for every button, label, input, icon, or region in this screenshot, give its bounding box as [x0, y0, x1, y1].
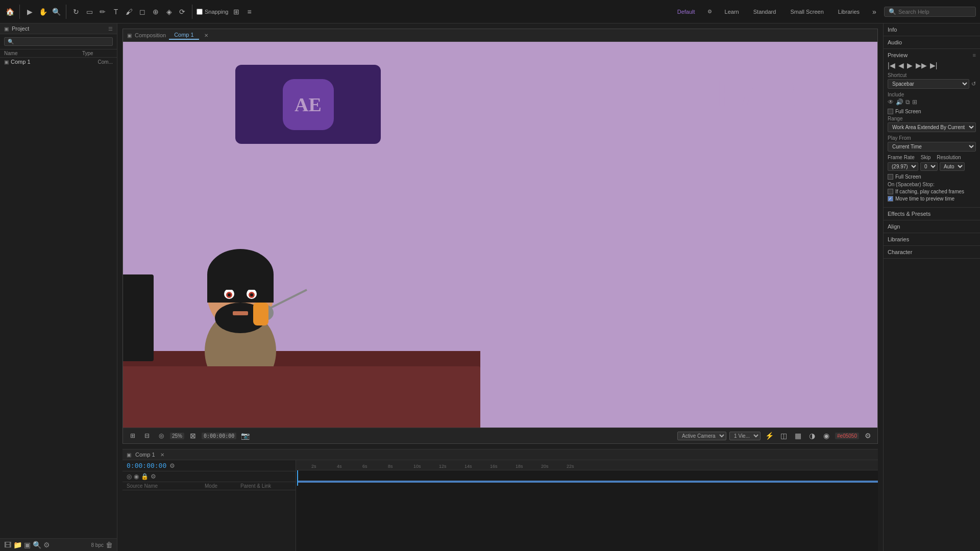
res-select[interactable]: Auto [940, 162, 965, 171]
cache-checkbox[interactable] [888, 109, 893, 114]
fr-value-select[interactable]: (29.97) [888, 162, 918, 171]
tl-hide-icon[interactable]: ◉ [134, 473, 139, 480]
pixel-aspect-icon[interactable]: ▦ [792, 430, 803, 441]
tl-solo-icon[interactable]: ◎ [127, 473, 132, 480]
rect-tool[interactable]: ▭ [84, 6, 95, 17]
search-project-icon[interactable]: 🔍 [33, 541, 41, 549]
zoom-tool[interactable]: 🔍 [51, 6, 62, 17]
workspace-default[interactable]: Default [672, 7, 700, 16]
timeline-right: 2s 4s 6s 8s 10s 12s 14s 16s 18s 20s 22s [296, 460, 878, 551]
first-frame-btn[interactable]: |◀ [888, 61, 895, 69]
zoom-ctrl[interactable]: 25% [170, 433, 184, 439]
new-footage-icon[interactable]: 🎞 [4, 541, 11, 549]
snapping-checkbox[interactable] [197, 9, 203, 15]
prev-frame-btn[interactable]: ◀ [898, 61, 904, 69]
transparency-icon[interactable]: ◫ [778, 430, 789, 441]
align-icon[interactable]: ≡ [244, 6, 255, 17]
workspace-learn[interactable]: Learn [720, 7, 744, 16]
project-item-comp1[interactable]: ▣ Comp 1 Com... [0, 58, 117, 66]
composition-viewer[interactable]: AE PART 1 [123, 42, 877, 428]
time-display[interactable]: 0:00:00:00 [202, 433, 236, 439]
comp-close-icon[interactable]: ✕ [204, 33, 208, 38]
shortcut-select[interactable]: Spacebar [888, 79, 969, 89]
camera-select[interactable]: Active Camera [677, 432, 726, 440]
shortcut-refresh-icon[interactable]: ↺ [971, 81, 976, 87]
range-select[interactable]: Work Area Extended By Current... [888, 122, 976, 132]
play-from-select[interactable]: Current Time [888, 142, 976, 152]
cache-row: Full Screen [888, 109, 976, 114]
fullscreen-checkbox[interactable] [888, 174, 893, 180]
tl-col-source: Source Name [127, 483, 205, 489]
more-workspaces-icon[interactable]: » [869, 6, 880, 17]
dependencies-icon[interactable]: ⚙ [43, 541, 50, 549]
guide-icon[interactable]: ◎ [156, 430, 167, 441]
layer-controls-icon[interactable]: ⊞ [912, 98, 917, 106]
workspace-small-screen[interactable]: Small Screen [785, 7, 828, 16]
roto-tool[interactable]: ◈ [163, 6, 175, 17]
grid-icon[interactable]: ⊟ [141, 430, 153, 441]
new-folder-icon[interactable]: 📁 [13, 541, 22, 549]
move-time-checkbox[interactable]: ✓ [888, 196, 893, 202]
col-type: Type [82, 51, 113, 56]
delete-icon[interactable]: 🗑 [106, 541, 113, 549]
text-tool[interactable]: T [110, 6, 121, 17]
tl-time[interactable]: 0:00:00:00 [127, 462, 166, 469]
search-input[interactable] [898, 9, 971, 15]
preview-region-icon[interactable]: ⊞ [127, 430, 138, 441]
tl-options-icon[interactable]: ⚙ [169, 462, 175, 469]
play-btn[interactable]: ▶ [907, 61, 913, 69]
workspace-standard[interactable]: Standard [748, 7, 781, 16]
main-area: ▣ Project ☰ 🔍 Name Type ▣ Comp 1 Com... … [0, 23, 980, 551]
video-icon[interactable]: 👁 [888, 98, 894, 106]
color-display[interactable]: #e05050 [835, 433, 859, 439]
align-section[interactable]: Align [884, 220, 980, 233]
snapshot-icon[interactable]: 📷 [239, 430, 251, 441]
home-icon[interactable]: 🏠 [4, 6, 15, 17]
timeline-close[interactable]: ✕ [160, 452, 164, 458]
puppet-tool[interactable]: ⊕ [150, 6, 161, 17]
cache-frames-checkbox[interactable] [888, 189, 893, 194]
last-frame-btn[interactable]: ▶| [930, 61, 938, 69]
audio-section[interactable]: Audio [884, 36, 980, 49]
tl-work-area[interactable] [297, 481, 878, 483]
render-icon[interactable]: ◉ [821, 430, 832, 441]
view-select[interactable]: 1 Vie... [729, 432, 761, 440]
libraries-section[interactable]: Libraries [884, 233, 980, 246]
hand-tool[interactable]: ✋ [37, 6, 48, 17]
brush-tool[interactable]: 🖌 [124, 6, 135, 17]
on-spacebar-stop-label: On (Spacebar) Stop: [888, 182, 976, 187]
selection-tool[interactable]: ▶ [24, 6, 35, 17]
workspace-libraries[interactable]: Libraries [833, 7, 865, 16]
tl-playhead[interactable] [297, 470, 298, 486]
workspace-options-icon[interactable]: ⚙ [704, 6, 716, 17]
info-section[interactable]: Info [884, 23, 980, 36]
center-area: ▣ Composition Comp 1 ✕ AE [117, 23, 883, 551]
pen-tool[interactable]: ✏ [97, 6, 108, 17]
comp-settings-icon[interactable]: ⚙ [862, 430, 873, 441]
composition-panel: ▣ Composition Comp 1 ✕ AE [122, 29, 878, 444]
canvas-area: AE PART 1 [123, 42, 877, 428]
fit-icon[interactable]: ⊠ [187, 430, 199, 441]
fast-preview-icon[interactable]: ⚡ [764, 430, 775, 441]
tl-settings-icon[interactable]: ⚙ [151, 473, 156, 480]
comp-tab[interactable]: Comp 1 [169, 31, 199, 40]
panel-menu-icon[interactable]: ☰ [108, 26, 113, 32]
fr-skip-label: Skip [921, 155, 930, 160]
play-audio-btn[interactable]: ▶▶ [916, 61, 927, 69]
tl-lock-icon[interactable]: 🔒 [141, 473, 149, 480]
motion-blur-icon[interactable]: ◑ [806, 430, 818, 441]
skip-select[interactable]: 0 [920, 162, 938, 171]
preview-menu-icon[interactable]: ≡ [973, 52, 976, 58]
ae-monitor: AE [235, 65, 381, 144]
eraser-tool[interactable]: ◻ [137, 6, 148, 17]
character-section[interactable]: Character [884, 246, 980, 259]
snap-options-icon[interactable]: ⊞ [231, 6, 242, 17]
overlays-icon[interactable]: ⧉ [905, 98, 910, 106]
rotation-tool[interactable]: ↻ [70, 6, 82, 17]
camera-tool[interactable]: ⟳ [177, 6, 188, 17]
audio-icon[interactable]: 🔊 [896, 98, 903, 106]
new-comp-icon[interactable]: ▣ [24, 541, 31, 549]
tick-2s: 2s [311, 464, 316, 469]
effects-presets-section[interactable]: Effects & Presets [884, 208, 980, 220]
timeline-comp-label[interactable]: Comp 1 [135, 452, 155, 458]
